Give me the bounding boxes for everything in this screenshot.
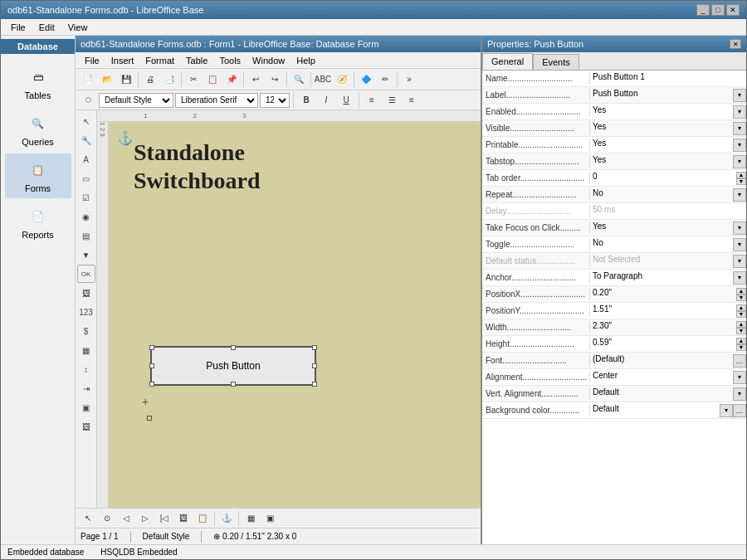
italic-btn[interactable]: I bbox=[317, 91, 335, 110]
radio-btn[interactable]: ◉ bbox=[77, 207, 95, 226]
inner-menu-window[interactable]: Window bbox=[247, 54, 290, 67]
align-center-btn[interactable]: ☰ bbox=[383, 91, 401, 110]
prop-spinner-down-15[interactable]: ▼ bbox=[736, 328, 746, 334]
bottom-select-btn[interactable]: ↖ bbox=[79, 509, 97, 528]
inner-menu-insert[interactable]: Insert bbox=[105, 54, 140, 67]
outer-close-btn[interactable]: ✕ bbox=[726, 4, 740, 16]
label-btn[interactable]: A bbox=[77, 150, 95, 168]
sidebar-item-forms[interactable]: 📋 Forms bbox=[5, 153, 71, 198]
redo-btn[interactable]: ↪ bbox=[266, 71, 284, 89]
inner-menu-format[interactable]: Format bbox=[139, 54, 180, 67]
bottom-img-btn[interactable]: 🖼 bbox=[174, 509, 193, 528]
prop-spinner-up-16[interactable]: ▲ bbox=[736, 338, 746, 344]
underline-btn[interactable]: U bbox=[337, 91, 355, 110]
prop-dropdown-btn-5[interactable]: ▾ bbox=[733, 155, 746, 168]
bottom-wrap-btn[interactable]: ▦ bbox=[242, 509, 260, 528]
prop-ellipsis-btn-17[interactable]: … bbox=[733, 354, 746, 368]
text-field-btn[interactable]: ▭ bbox=[77, 169, 95, 187]
font-select[interactable]: Liberation Serif bbox=[175, 93, 258, 108]
bold-btn[interactable]: B bbox=[297, 91, 315, 110]
handle-mr[interactable] bbox=[312, 363, 317, 368]
inner-menu-file[interactable]: File bbox=[79, 54, 105, 67]
bottom-frame-btn[interactable]: ▣ bbox=[261, 509, 279, 528]
combo-box-btn[interactable]: ▼ bbox=[77, 246, 95, 264]
sidebar-item-queries[interactable]: 🔍 Queries bbox=[5, 107, 71, 152]
pattern-btn[interactable]: ▦ bbox=[77, 341, 95, 359]
outer-maximize-btn[interactable]: □ bbox=[711, 4, 725, 16]
inner-menu-table[interactable]: Table bbox=[180, 54, 213, 67]
size-select[interactable]: 12 bbox=[260, 93, 290, 108]
prop-ellipsis-btn-20[interactable]: … bbox=[733, 404, 746, 417]
image-control-btn[interactable]: 🖼 bbox=[77, 417, 95, 436]
paste-btn[interactable]: 📌 bbox=[222, 71, 241, 89]
inner-menu-help[interactable]: Help bbox=[290, 54, 321, 67]
push-button-control[interactable]: Push Button bbox=[150, 346, 316, 386]
open-btn[interactable]: 📂 bbox=[98, 71, 116, 89]
handle-tm[interactable] bbox=[231, 345, 236, 350]
prop-dropdown-btn-19[interactable]: ▾ bbox=[733, 387, 746, 401]
checkbox-btn[interactable]: ☑ bbox=[77, 188, 95, 207]
scrollbar-tool-btn[interactable]: ↕ bbox=[77, 360, 95, 378]
prop-dropdown-btn-2[interactable]: ▾ bbox=[733, 110, 746, 119]
menu-file[interactable]: File bbox=[4, 21, 32, 34]
form-btn[interactable]: 🔷 bbox=[357, 71, 375, 89]
sidebar-item-tables[interactable]: 🗃 Tables bbox=[5, 61, 71, 105]
menu-view[interactable]: View bbox=[61, 21, 95, 34]
prop-dropdown-btn-7[interactable]: ▾ bbox=[733, 188, 746, 202]
inner-menu-tools[interactable]: Tools bbox=[213, 54, 247, 67]
cut-btn[interactable]: ✂ bbox=[184, 71, 203, 89]
prop-spinner-down-16[interactable]: ▼ bbox=[736, 344, 746, 351]
group-btn[interactable]: ▣ bbox=[77, 398, 95, 416]
style-select[interactable]: Default Style bbox=[99, 93, 173, 108]
image-btn[interactable]: 🖼 bbox=[77, 284, 95, 302]
menu-edit[interactable]: Edit bbox=[32, 21, 61, 34]
handle-tl[interactable] bbox=[149, 345, 154, 350]
prop-spinner-up-15[interactable]: ▲ bbox=[736, 321, 746, 328]
handle-bl[interactable] bbox=[149, 382, 154, 387]
prop-dropdown-btn-10[interactable]: ▾ bbox=[733, 238, 746, 251]
prop-spinner-down-13[interactable]: ▼ bbox=[736, 295, 746, 301]
sidebar-item-reports[interactable]: 📄 Reports bbox=[5, 200, 71, 245]
bottom-anchor-btn[interactable]: ⚓ bbox=[217, 509, 236, 528]
copy-btn[interactable]: 📋 bbox=[203, 71, 222, 89]
handle-br[interactable] bbox=[312, 382, 317, 387]
formatted-field-btn[interactable]: 123 bbox=[77, 303, 95, 321]
control-wizard-btn[interactable]: 🔧 bbox=[77, 131, 95, 149]
tab-order-btn[interactable]: ⇥ bbox=[77, 379, 95, 397]
design-btn[interactable]: ✏ bbox=[376, 71, 394, 89]
list-box-btn[interactable]: ▤ bbox=[77, 226, 95, 245]
align-left-btn[interactable]: ≡ bbox=[363, 91, 381, 110]
prop-spinner-down-14[interactable]: ▼ bbox=[736, 311, 746, 318]
find-btn[interactable]: 🔍 bbox=[290, 71, 308, 89]
align-right-btn[interactable]: ≡ bbox=[403, 91, 421, 110]
prop-dropdown-btn-20[interactable]: ▾ bbox=[720, 404, 733, 417]
currency-btn[interactable]: $ bbox=[77, 322, 95, 340]
more-btn[interactable]: » bbox=[400, 71, 418, 89]
prop-spinner-up-6[interactable]: ▲ bbox=[736, 172, 746, 178]
prop-spinner-up-13[interactable]: ▲ bbox=[736, 288, 746, 295]
prop-dropdown-btn-12[interactable]: ▾ bbox=[733, 271, 746, 285]
prop-dropdown-btn-3[interactable]: ▾ bbox=[733, 122, 746, 135]
save-btn[interactable]: 💾 bbox=[117, 71, 135, 89]
prop-spinner-down-6[interactable]: ▼ bbox=[736, 178, 746, 185]
handle-ml[interactable] bbox=[149, 363, 154, 368]
prop-dropdown-btn-4[interactable]: ▾ bbox=[733, 139, 746, 152]
print-btn[interactable]: 🖨 bbox=[141, 71, 159, 89]
handle-tr[interactable] bbox=[312, 345, 317, 350]
outer-minimize-btn[interactable]: _ bbox=[696, 4, 710, 16]
spell-btn[interactable]: ABC bbox=[314, 71, 332, 89]
push-button-tool[interactable]: OK bbox=[77, 265, 95, 283]
undo-btn[interactable]: ↩ bbox=[247, 71, 265, 89]
handle-bm[interactable] bbox=[231, 382, 236, 387]
bottom-first-btn[interactable]: |◁ bbox=[155, 509, 173, 528]
bottom-form-btn[interactable]: 📋 bbox=[193, 509, 212, 528]
select-tool-btn[interactable]: ↖ bbox=[77, 112, 95, 130]
prop-dropdown-btn-9[interactable]: ▾ bbox=[733, 222, 746, 235]
prop-dropdown-btn-18[interactable]: ▾ bbox=[733, 371, 746, 384]
navigator-btn[interactable]: 🧭 bbox=[333, 71, 351, 89]
bottom-tab-btn[interactable]: ⊙ bbox=[98, 509, 116, 528]
prop-spinner-up-14[interactable]: ▲ bbox=[736, 304, 746, 311]
bottom-nav2-btn[interactable]: ▷ bbox=[136, 509, 154, 528]
prop-dropdown-btn-11[interactable]: ▾ bbox=[733, 255, 746, 268]
pdf-btn[interactable]: 📑 bbox=[160, 71, 178, 89]
